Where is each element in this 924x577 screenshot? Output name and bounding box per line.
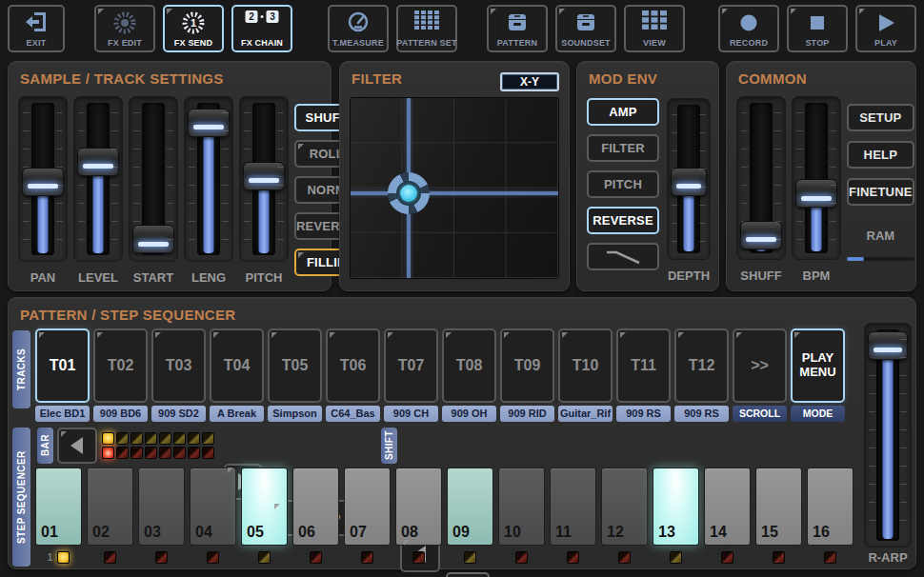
track-button-t10[interactable]: T10 (558, 328, 613, 403)
depth-fader[interactable] (667, 98, 711, 260)
step-pad-05[interactable]: 05 (241, 468, 288, 546)
step-pad-02[interactable]: 02 (87, 468, 133, 546)
step-number: 08 (401, 524, 418, 541)
view-button[interactable]: VIEW (624, 5, 685, 52)
play-triangle-icon (874, 10, 898, 35)
track-button-t07[interactable]: T07 (384, 328, 438, 403)
step-pad-09[interactable]: 09 (447, 468, 493, 546)
pattern-set-button[interactable]: PATTERN SET (396, 5, 457, 52)
play-label: PLAY (874, 38, 897, 48)
mod-env-buttons: AMP FILTER PITCH REVERSE (587, 98, 659, 283)
pattern-button[interactable]: PATTERN (487, 5, 548, 52)
step-pad-12[interactable]: 12 (601, 468, 648, 546)
fx-chain-icon: 2 3 (246, 10, 279, 23)
sample-track-settings-panel: SAMPLE / TRACK SETTINGS PAN LEVEL START … (8, 61, 331, 291)
track-button-t01[interactable]: T01 (35, 328, 90, 403)
track-button-t08[interactable]: T08 (442, 328, 496, 403)
step-pad-01[interactable]: 01 (35, 468, 82, 546)
fx-burst-icon: 1 (181, 10, 206, 35)
step-pads-row: 01 02 03 04 05 06 07 08 09 10 11 12 13 1… (35, 468, 854, 546)
fx-edit-button[interactable]: FX EDIT (94, 5, 155, 52)
fader-handle[interactable] (795, 179, 837, 208)
pitch-fader[interactable] (239, 96, 289, 262)
leng-fader[interactable] (184, 96, 233, 262)
track-button-t09[interactable]: T09 (500, 328, 554, 403)
bar-led-yellow (159, 432, 171, 445)
filter-xy-pad[interactable] (350, 97, 559, 279)
ram-usage-bar (847, 257, 914, 261)
track-button-t04[interactable]: T04 (210, 328, 264, 403)
bar-prev-button[interactable] (57, 428, 97, 464)
step-pad-06[interactable]: 06 (292, 468, 339, 546)
record-button[interactable]: RECORD (718, 5, 779, 52)
fader-handle[interactable] (740, 221, 782, 249)
t-measure-button[interactable]: T.MEASURE (328, 5, 389, 52)
step-number: 02 (92, 524, 110, 541)
fader-handle[interactable] (868, 331, 908, 360)
step-led (104, 551, 116, 564)
step-led-cell (292, 549, 339, 565)
play-button[interactable]: PLAY (855, 5, 916, 52)
track-button-t11[interactable]: T11 (616, 328, 671, 403)
start-fader[interactable] (129, 96, 178, 262)
step-pad-04[interactable]: 04 (190, 468, 236, 546)
track-button-t06[interactable]: T06 (326, 328, 380, 403)
toolbar-group-load-view: PATTERN SOUNDSET VIEW (487, 5, 685, 52)
track-button-t02[interactable]: T02 (93, 328, 148, 403)
level-fader[interactable] (73, 96, 123, 262)
stop-label: STOP (805, 38, 829, 48)
help-button[interactable]: HELP (847, 141, 914, 169)
exit-button[interactable]: EXIT (8, 5, 65, 52)
leng-fader-column: LENG (184, 96, 233, 285)
fader-handle[interactable] (671, 168, 707, 196)
common-shuff-fader[interactable] (736, 96, 786, 260)
env-pitch-button[interactable]: PITCH (587, 170, 659, 198)
view-label: VIEW (643, 38, 666, 48)
bpm-fader[interactable] (792, 96, 841, 260)
step-pad-15[interactable]: 15 (755, 468, 802, 546)
ram-label: RAM (847, 229, 914, 243)
xy-mode-button[interactable]: X-Y (500, 72, 559, 91)
step-pad-13[interactable]: 13 (653, 468, 699, 546)
pitch-label: PITCH (246, 262, 283, 285)
step-pad-07[interactable]: 07 (344, 468, 391, 546)
step-pad-08[interactable]: 08 (395, 468, 442, 546)
play-menu-button[interactable]: PLAY MENU (791, 328, 845, 403)
step-pad-16[interactable]: 16 (807, 468, 854, 546)
step-led (155, 551, 168, 564)
setup-button[interactable]: SETUP (847, 104, 914, 131)
fx-chain-button[interactable]: 2 3 FX CHAIN (231, 5, 292, 52)
step-pad-11[interactable]: 11 (550, 468, 596, 546)
fader-handle[interactable] (188, 109, 230, 137)
track-name-chip: Simpson (268, 406, 322, 422)
r-arp-fader[interactable] (864, 323, 912, 547)
track-scroll-button[interactable]: >> (733, 328, 787, 403)
bar-led-grid[interactable] (102, 432, 214, 459)
pan-fader[interactable] (18, 96, 68, 262)
amp-button[interactable]: AMP (587, 98, 659, 126)
finetune-button[interactable]: FINETUNE (847, 178, 914, 206)
step-pad-10[interactable]: 10 (498, 468, 545, 546)
fader-handle[interactable] (22, 168, 64, 196)
fx-send-button[interactable]: 1 FX SEND (163, 5, 224, 52)
track-button-t05[interactable]: T05 (268, 328, 322, 403)
env-reverse-button[interactable]: REVERSE (587, 207, 659, 234)
fader-handle[interactable] (77, 148, 119, 176)
shift-offset-display[interactable]: 0 (446, 572, 490, 577)
soundset-button[interactable]: SOUNDSET (555, 5, 616, 52)
bar-led-yellow (102, 432, 114, 445)
stop-button[interactable]: STOP (787, 5, 848, 52)
fader-handle[interactable] (132, 225, 174, 253)
record-circle-icon (736, 10, 761, 35)
envelope-shape-button[interactable] (587, 243, 659, 270)
step-pad-14[interactable]: 14 (704, 468, 751, 546)
step-pad-03[interactable]: 03 (138, 468, 185, 546)
fader-handle[interactable] (243, 162, 285, 190)
step-number: 05 (247, 524, 264, 541)
track-button-t12[interactable]: T12 (674, 328, 729, 403)
xy-puck[interactable] (388, 172, 430, 214)
track-button-t03[interactable]: T03 (151, 328, 206, 403)
step-led-cell (704, 549, 751, 565)
env-filter-button[interactable]: FILTER (587, 134, 659, 162)
step-led-cell (601, 549, 648, 565)
